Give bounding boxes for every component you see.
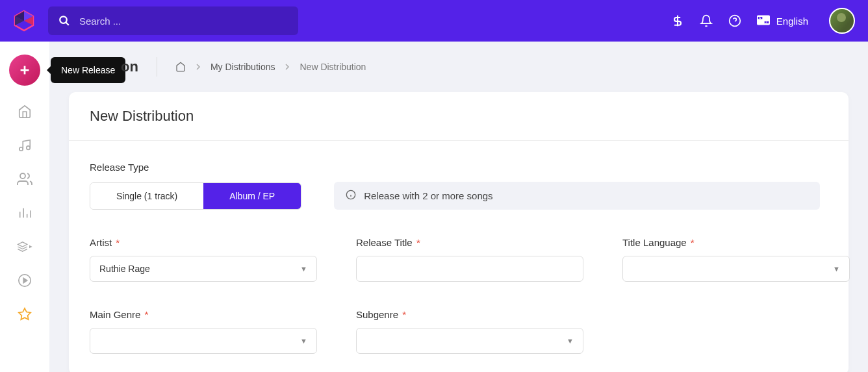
chart-icon[interactable] xyxy=(17,205,32,221)
topbar: AZ English xyxy=(0,0,868,42)
page-title: on xyxy=(121,58,138,75)
subgenre-select[interactable]: ▼ xyxy=(356,328,583,354)
main-content: on My Distributions New Distribution New… xyxy=(49,42,868,372)
artist-value: Ruthie Rage xyxy=(99,264,150,274)
music-icon[interactable] xyxy=(17,138,32,153)
release-title-input[interactable] xyxy=(356,256,583,282)
artist-field: Artist * Ruthie Rage ▼ xyxy=(90,237,317,282)
release-title-label: Release Title * xyxy=(356,237,583,248)
svg-marker-28 xyxy=(19,308,31,319)
sidebar: New Release xyxy=(0,42,49,372)
toggle-single[interactable]: Single (1 track) xyxy=(90,183,203,209)
subgenre-label: Subgenre * xyxy=(356,309,583,320)
card-header: New Distribution xyxy=(69,92,849,141)
main-genre-select[interactable]: ▼ xyxy=(90,328,317,354)
breadcrumb-home-icon[interactable] xyxy=(175,62,186,72)
users-icon[interactable] xyxy=(17,171,32,187)
layers-icon[interactable] xyxy=(17,239,32,254)
language-label: English xyxy=(776,16,808,27)
bell-icon[interactable] xyxy=(700,14,713,27)
svg-text:A: A xyxy=(759,16,761,19)
caret-down-icon: ▼ xyxy=(300,265,307,273)
search-input[interactable] xyxy=(79,16,288,27)
svg-point-17 xyxy=(19,147,23,151)
svg-marker-24 xyxy=(18,242,27,247)
release-type-label: Release Type xyxy=(90,162,828,173)
play-icon[interactable] xyxy=(17,273,32,288)
toggle-album[interactable]: Album / EP xyxy=(203,183,301,209)
page-header: on My Distributions New Distribution xyxy=(69,57,849,77)
breadcrumb-item[interactable]: My Distributions xyxy=(211,62,275,72)
svg-point-19 xyxy=(20,173,25,179)
card-title: New Distribution xyxy=(90,108,828,125)
release-type-toggle: Single (1 track) Album / EP xyxy=(90,182,301,210)
main-genre-label: Main Genre * xyxy=(90,309,317,320)
home-icon[interactable] xyxy=(17,104,32,119)
chevron-right-icon xyxy=(284,62,290,72)
title-language-label: Title Language * xyxy=(622,237,850,248)
info-bar: Release with 2 or more songs xyxy=(334,182,820,210)
release-title-field: Release Title * xyxy=(356,237,583,282)
svg-text:Z: Z xyxy=(765,21,767,24)
dollar-icon[interactable] xyxy=(671,14,684,27)
chevron-right-icon xyxy=(195,62,201,72)
card: New Distribution Release Type Single (1 … xyxy=(69,92,849,372)
help-icon[interactable] xyxy=(728,14,741,27)
avatar[interactable] xyxy=(829,8,855,34)
svg-point-18 xyxy=(27,146,31,150)
info-icon xyxy=(346,190,356,202)
svg-marker-27 xyxy=(23,278,27,282)
title-language-select[interactable]: ▼ xyxy=(622,256,850,282)
caret-down-icon: ▼ xyxy=(567,337,574,345)
artist-select[interactable]: Ruthie Rage ▼ xyxy=(90,256,317,282)
star-icon[interactable] xyxy=(17,306,32,322)
artist-label: Artist * xyxy=(90,237,317,248)
subgenre-field: Subgenre * ▼ xyxy=(356,309,583,354)
caret-down-icon: ▼ xyxy=(833,265,840,273)
breadcrumb: My Distributions New Distribution xyxy=(157,57,366,77)
main-genre-field: Main Genre * ▼ xyxy=(90,309,317,354)
breadcrumb-item: New Distribution xyxy=(300,62,366,72)
translate-icon: AZ xyxy=(757,15,770,27)
add-release-button[interactable]: New Release xyxy=(9,55,40,86)
app-logo[interactable] xyxy=(13,10,35,32)
caret-down-icon: ▼ xyxy=(300,337,307,345)
language-selector[interactable]: AZ English xyxy=(757,15,808,27)
search-icon xyxy=(58,15,70,27)
card-body: Release Type Single (1 track) Album / EP… xyxy=(69,141,849,372)
svg-point-5 xyxy=(60,16,67,23)
topbar-right: AZ English xyxy=(671,8,855,34)
svg-marker-25 xyxy=(29,245,32,249)
search-box[interactable] xyxy=(48,6,298,35)
info-text: Release with 2 or more songs xyxy=(364,190,492,201)
title-language-field: Title Language * ▼ xyxy=(622,237,850,282)
svg-line-6 xyxy=(66,22,69,25)
